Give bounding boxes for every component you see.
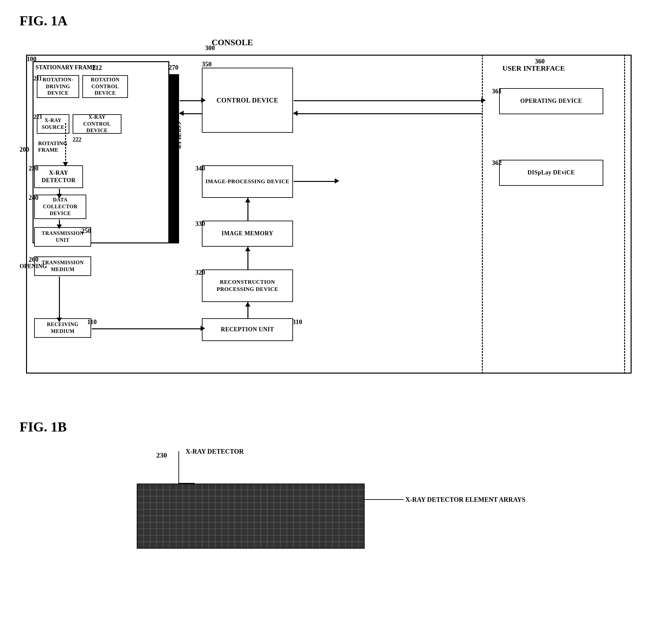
ref-212: 212 — [92, 64, 102, 72]
ref-260: 260 — [29, 256, 39, 263]
display-device-block: DISpLay DEviCE — [499, 160, 603, 186]
opening-label: OPENING — [20, 263, 47, 270]
fig1a-section: FIG. 1A 100 200 300 CONSOLE STATIONARY F… — [20, 13, 637, 393]
arrowhead-recvmed — [56, 318, 62, 322]
arrow-imgproc-ui — [294, 181, 336, 182]
arrowhead-coll — [56, 194, 62, 199]
control-device-block: CONTROL DEVICE — [202, 68, 293, 133]
arrow-ui-ctrl — [294, 113, 482, 114]
user-interface-box: 360 USER INTERFACE OPERATING DEVICE 361 … — [482, 55, 625, 373]
ref-361: 361 — [492, 88, 502, 95]
fig1a-diagram: 100 200 300 CONSOLE STATIONARY FRAME 212… — [20, 35, 638, 393]
arrowhead-recep — [201, 326, 205, 331]
arrowhead-detector — [63, 162, 68, 167]
ref-330: 330 — [195, 220, 205, 228]
dotted-arrow-down — [65, 123, 66, 164]
detector-array — [137, 484, 365, 549]
reception-unit-block: RECEPTION UNIT — [202, 318, 293, 341]
arrowhead-ctrl — [201, 98, 206, 103]
coupler-bar — [168, 74, 179, 244]
xray-detector-1b-label: X-RAY DETECTOR — [186, 448, 244, 455]
bracket-230 — [178, 451, 179, 484]
operating-device-block: OPERATING DEVICE — [499, 88, 603, 114]
fig1a-label: FIG. 1A — [20, 13, 637, 29]
ref-362: 362 — [492, 159, 502, 167]
ref-211: 211 — [33, 75, 42, 82]
fig1b-label: FIG. 1B — [20, 419, 637, 435]
rotation-driving-block: ROTATION- DRIVING DEVICE — [37, 75, 79, 98]
image-processing-block: IMAGE-PROCESSING DEVICE — [202, 165, 293, 198]
arrowhead-coupler — [179, 111, 184, 116]
rotating-frame-label: ROTATINGFRAME — [38, 140, 67, 153]
arrow-recv-recep — [92, 328, 203, 329]
arrow-ctrl-ui — [294, 100, 482, 101]
stationary-frame-label: STATIONARY FRAME — [36, 64, 96, 71]
ref-230: 230 — [29, 165, 39, 172]
xray-control-block: X-RAY CONTROL DEVICE — [73, 114, 121, 134]
ref-340: 340 — [195, 165, 205, 172]
arrowhead-trans — [56, 225, 62, 229]
arrowhead-ctrl2 — [293, 111, 298, 116]
arrowhead-imgproc — [245, 198, 250, 202]
arrow-coupler-ctrl — [180, 100, 203, 101]
receiving-medium-block: RECEIVING MEDIUM — [34, 318, 91, 338]
arrowhead-imgmem — [245, 247, 250, 251]
console-label: CONSOLE — [212, 38, 253, 47]
ref-221: 221 — [33, 114, 42, 120]
ref-230-1b: 230 — [156, 451, 167, 459]
ref-250: 250 — [82, 227, 91, 235]
image-memory-block: IMAGE MEMORY — [202, 221, 293, 247]
ref-310: 310 — [292, 318, 302, 326]
fig1b-diagram: 230 X-RAY DETECTOR X-RAY DETECTOR ELEMEN… — [20, 441, 638, 604]
array-label: X-RAY DETECTOR ELEMENT ARRAYS — [405, 496, 525, 503]
arrowhead-ui — [335, 178, 339, 184]
ref-350: 350 — [202, 61, 212, 68]
coupler-label: COUPLER — [176, 122, 182, 149]
rotation-control-block: ROTATION CONTROL DEVICE — [82, 75, 128, 98]
arrowhead-recon — [245, 302, 250, 306]
ref-200: 200 — [20, 146, 29, 153]
user-interface-label: USER INTERFACE — [502, 64, 565, 73]
reconstruction-block: RECONSTRUCTION PROCESSING DEVICE — [202, 270, 293, 302]
array-bracket-h — [365, 499, 404, 500]
xray-detector-block: X-RAY DETECTOR — [34, 165, 83, 188]
ref-270: 270 — [168, 64, 178, 71]
ref-222: 222 — [73, 136, 82, 143]
ref-320: 320 — [195, 269, 205, 276]
ref-110: 110 — [87, 318, 97, 326]
arrow-transmed-recvmed — [59, 277, 60, 319]
ref-240: 240 — [29, 194, 39, 202]
fig1b-section: FIG. 1B 230 X-RAY DETECTOR X-RAY DETECTO… — [20, 419, 637, 604]
